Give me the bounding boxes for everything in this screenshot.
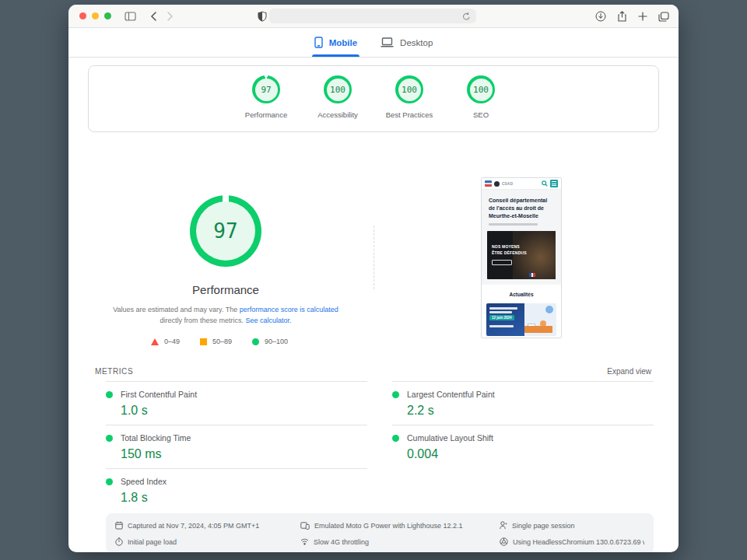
session-type-text[interactable]: Single page session xyxy=(512,522,575,530)
disclaimer-text: Values are estimated and may vary. The xyxy=(113,306,240,313)
close-window-button[interactable] xyxy=(79,12,86,19)
legend-fail-range: 0–49 xyxy=(164,338,180,345)
news-text-placeholder xyxy=(489,307,517,310)
score-value: 100 xyxy=(327,79,349,101)
chromium-icon xyxy=(500,537,508,546)
section-divider xyxy=(374,226,374,289)
hero-button xyxy=(492,260,512,265)
legend-pass-range: 90–100 xyxy=(265,338,288,345)
pass-dot-icon xyxy=(106,435,113,442)
forward-icon[interactable] xyxy=(167,12,174,21)
tab-mobile-label: Mobile xyxy=(329,38,357,47)
metric-largest-contentful-paint: Largest Contentful Paint 2.2 s xyxy=(392,381,654,425)
metric-label: Cumulative Layout Shift xyxy=(407,433,493,443)
score-gauge: 97 xyxy=(252,75,280,103)
score-gauge: 100 xyxy=(395,75,423,103)
user-icon xyxy=(500,521,507,530)
thumbnail-page-title: Conseil départemental de l'accès au droi… xyxy=(482,190,561,222)
network-throttle: Slow 4G throttling xyxy=(300,537,493,547)
fail-triangle-icon xyxy=(151,338,159,345)
score-calculation-link[interactable]: performance score is calculated xyxy=(240,306,338,313)
metrics-header: METRICS Expand view xyxy=(95,362,651,380)
performance-gauge: 97 xyxy=(190,195,261,267)
share-icon[interactable] xyxy=(617,11,627,22)
french-flag-icon xyxy=(529,273,535,277)
thumbnail-news-section: Actualités 12 juin 2024 xyxy=(482,285,561,338)
performance-gauge-label: Performance xyxy=(148,283,303,296)
score-legend: 0–49 50–89 90–100 xyxy=(151,338,288,345)
tab-desktop[interactable]: Desktop xyxy=(381,28,433,57)
pass-dot-icon xyxy=(106,478,113,485)
score-label: SEO xyxy=(473,110,489,119)
browser-used: Using HeadlessChromium 130.0.6723.69 wit… xyxy=(500,537,644,547)
pass-circle-icon xyxy=(252,338,259,345)
page-load-type: Initial page load xyxy=(115,537,294,547)
news-text-placeholder xyxy=(489,325,514,327)
browser-used-text[interactable]: Using HeadlessChromium 130.0.6723.69 wit… xyxy=(513,538,644,546)
device-tab-bar: Mobile Desktop xyxy=(68,28,679,58)
score-label: Accessibility xyxy=(317,110,358,119)
desktop-laptop-icon xyxy=(381,37,394,47)
score-gauge: 100 xyxy=(324,75,352,103)
metric-empty-cell xyxy=(392,468,654,512)
illustration-shape xyxy=(545,306,553,313)
metrics-grid: First Contentful Paint 1.0 s Largest Con… xyxy=(106,381,654,512)
see-calculator-link[interactable]: See calculator. xyxy=(245,317,291,324)
expand-view-button[interactable]: Expand view xyxy=(607,367,651,376)
emulated-device: Emulated Moto G Power with Lighthouse 12… xyxy=(300,520,493,530)
illustration-desk xyxy=(524,326,552,333)
new-tab-icon[interactable] xyxy=(638,12,647,21)
reload-icon[interactable] xyxy=(462,12,471,21)
site-logo-icon xyxy=(494,181,500,187)
address-bar[interactable] xyxy=(269,9,476,23)
metric-label: Total Blocking Time xyxy=(121,433,191,443)
metric-label: Largest Contentful Paint xyxy=(407,390,495,399)
score-summary-card: 97 Performance 100 Accessibility 100 Bes… xyxy=(88,65,659,132)
score-value: 100 xyxy=(470,79,493,101)
metric-value: 1.8 s xyxy=(121,491,367,505)
summary-score-accessibility[interactable]: 100 Accessibility xyxy=(302,75,374,131)
captured-at: Captured at Nov 7, 2024, 4:05 PM GMT+1 xyxy=(115,520,294,530)
legend-fail: 0–49 xyxy=(151,338,180,345)
toolbar-right-actions xyxy=(595,5,669,28)
downloads-icon[interactable] xyxy=(595,11,606,22)
network-icon xyxy=(300,538,309,545)
browser-toolbar xyxy=(68,5,679,28)
metric-cumulative-layout-shift: Cumulative Layout Shift 0.004 xyxy=(392,425,654,468)
active-tab-underline xyxy=(312,54,359,57)
disclaimer-text: directly from these metrics. xyxy=(160,317,245,324)
score-disclaimer: Values are estimated and may vary. The p… xyxy=(101,305,350,327)
performance-section: 97 Performance Values are estimated and … xyxy=(68,132,679,358)
legend-average-range: 50–89 xyxy=(212,338,232,345)
summary-score-seo[interactable]: 100 SEO xyxy=(445,75,517,131)
metric-first-contentful-paint: First Contentful Paint 1.0 s xyxy=(106,381,367,425)
pass-dot-icon xyxy=(392,391,399,398)
performance-score-value: 97 xyxy=(196,201,255,261)
summary-score-performance[interactable]: 97 Performance xyxy=(230,75,302,131)
metric-value: 1.0 s xyxy=(121,404,367,418)
thumbnail-subtitle-placeholder xyxy=(489,223,538,226)
metrics-heading: METRICS xyxy=(95,367,133,376)
network-throttle-text[interactable]: Slow 4G throttling xyxy=(314,538,369,546)
search-icon xyxy=(542,180,548,187)
captured-at-text: Captured at Nov 7, 2024, 4:05 PM GMT+1 xyxy=(128,522,259,530)
menu-icon xyxy=(550,180,558,187)
hero-text: NOS MOYENS ÊTRE DÉFENDUS xyxy=(492,243,527,256)
mobile-phone-icon xyxy=(314,37,323,48)
sidebar-icon[interactable] xyxy=(124,12,136,21)
legend-pass: 90–100 xyxy=(252,338,288,345)
thumbnail-hero-image: NOS MOYENS ÊTRE DÉFENDUS xyxy=(487,231,556,279)
score-label: Best Practices xyxy=(386,110,433,119)
pass-dot-icon xyxy=(392,435,399,442)
tab-overview-icon[interactable] xyxy=(658,12,669,22)
minimize-window-button[interactable] xyxy=(92,12,99,19)
zoom-window-button[interactable] xyxy=(104,12,111,19)
score-gauge: 100 xyxy=(467,75,495,103)
browser-window: Mobile Desktop 97 Performance 100 Access… xyxy=(68,5,679,552)
metric-value: 0.004 xyxy=(407,447,654,461)
tab-mobile[interactable]: Mobile xyxy=(314,28,357,57)
summary-score-best-practices[interactable]: 100 Best Practices xyxy=(374,75,445,131)
emulated-device-text[interactable]: Emulated Moto G Power with Lighthouse 12… xyxy=(314,522,463,530)
privacy-shield-icon[interactable] xyxy=(258,11,267,22)
back-icon[interactable] xyxy=(150,12,157,21)
